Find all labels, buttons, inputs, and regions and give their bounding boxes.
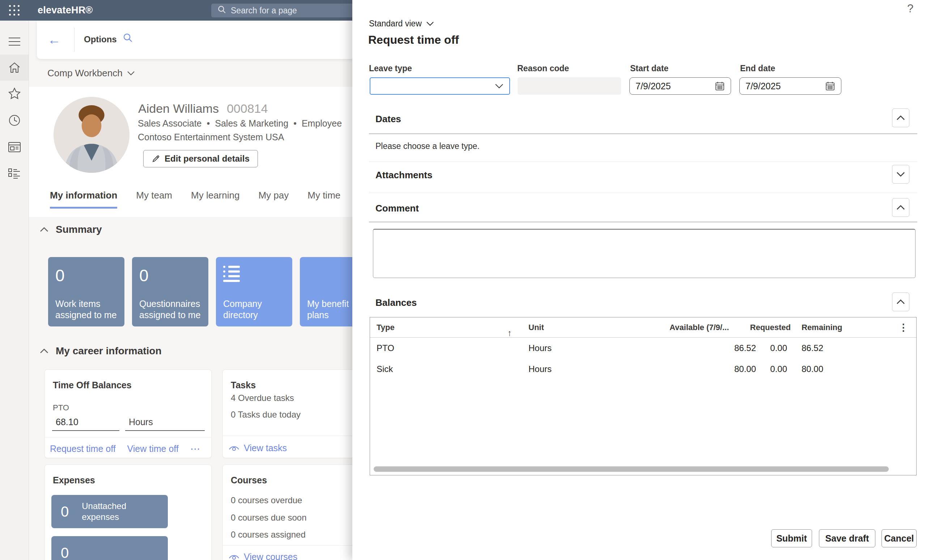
app-launcher-waffle-icon[interactable] xyxy=(8,4,21,17)
bullet-separator: • xyxy=(294,118,297,128)
career-section-header[interactable]: My career information xyxy=(40,345,162,357)
pto-unit-input[interactable]: Hours xyxy=(125,415,205,431)
employee-type: Employee xyxy=(302,118,342,128)
pto-value-input[interactable]: 68.10 xyxy=(52,415,120,431)
career-title: My career information xyxy=(56,345,162,357)
section-divider xyxy=(369,222,917,222)
attachments-expand-button[interactable] xyxy=(892,165,909,184)
eye-icon xyxy=(228,444,239,452)
pencil-icon xyxy=(151,154,160,163)
avatar[interactable] xyxy=(53,97,130,173)
tile-label: Questionnaires assigned to me xyxy=(139,298,204,321)
tasks-due-today: 0 Tasks due today xyxy=(231,410,301,420)
back-arrow-icon[interactable]: ← xyxy=(45,30,64,49)
column-header-remaining[interactable]: Remaining xyxy=(795,323,916,332)
cell-type: Sick xyxy=(370,364,522,374)
nav-home-icon[interactable] xyxy=(0,54,29,81)
view-tasks-label: View tasks xyxy=(244,443,287,453)
nav-modules-list-icon[interactable] xyxy=(0,161,29,187)
main-content: ← Options Comp Workbench xyxy=(29,21,391,560)
save-draft-button[interactable]: Save draft xyxy=(819,529,875,547)
more-options-ellipsis-icon[interactable]: ⋯ xyxy=(190,443,201,455)
table-more-kebab-icon[interactable]: ⋮ xyxy=(899,322,908,333)
leave-type-dropdown[interactable] xyxy=(370,77,510,95)
cancel-button[interactable]: Cancel xyxy=(882,529,917,547)
employee-role: Sales Associate xyxy=(138,118,202,128)
column-header-available[interactable]: Available (7/9/... xyxy=(663,323,723,332)
column-header-requested[interactable]: Requested xyxy=(723,323,795,332)
sort-ascending-icon[interactable]: ↑ xyxy=(507,328,512,338)
calendar-icon[interactable] xyxy=(825,81,835,91)
tile-questionnaires[interactable]: 0 Questionnaires assigned to me xyxy=(132,257,208,326)
view-selector-dropdown[interactable]: Standard view xyxy=(369,19,434,29)
toolbar-search-icon[interactable] xyxy=(122,32,133,44)
tile-company-directory[interactable]: Company directory xyxy=(216,257,292,326)
column-header-type[interactable]: Type ↑ xyxy=(370,323,522,332)
calendar-icon[interactable] xyxy=(715,81,725,91)
expenses-tile-2[interactable]: 0 xyxy=(51,536,168,560)
nav-workspaces-icon[interactable] xyxy=(0,134,29,160)
comment-textarea[interactable] xyxy=(373,229,915,278)
tab-my-pay[interactable]: My pay xyxy=(258,190,289,208)
table-row[interactable]: PTO Hours 86.52 0.00 86.52 xyxy=(370,338,916,359)
comment-collapse-button[interactable] xyxy=(892,198,909,217)
chevron-up-icon xyxy=(896,205,905,210)
card-title: Time Off Balances xyxy=(53,380,132,391)
tile-work-items[interactable]: 0 Work items assigned to me xyxy=(48,257,124,326)
edit-personal-details-button[interactable]: Edit personal details xyxy=(143,150,258,168)
balances-collapse-button[interactable] xyxy=(892,293,909,311)
employee-role-line: Sales Associate•Sales & Marketing•Employ… xyxy=(138,118,342,129)
cell-requested: 0.00 xyxy=(723,343,795,353)
chevron-down-icon xyxy=(896,172,905,177)
chevron-up-icon xyxy=(896,299,905,304)
tab-my-information[interactable]: My information xyxy=(50,190,117,208)
search-placeholder: Search for a page xyxy=(231,6,297,15)
view-courses-link[interactable]: View courses xyxy=(228,552,297,560)
nav-expand-hamburger-icon[interactable] xyxy=(0,29,29,54)
horizontal-scrollbar[interactable] xyxy=(374,466,889,472)
toolbar-divider xyxy=(74,28,74,52)
submit-button[interactable]: Submit xyxy=(771,529,812,547)
app-logo[interactable]: elevateHR® xyxy=(38,5,92,16)
section-divider xyxy=(369,193,917,193)
card-title: Tasks xyxy=(231,380,256,391)
cell-requested: 0.00 xyxy=(723,364,795,374)
chevron-down-icon xyxy=(127,71,135,76)
workbench-label: Comp Workbench xyxy=(47,68,123,79)
cell-type: PTO xyxy=(370,343,522,353)
employee-department: Sales & Marketing xyxy=(215,118,288,128)
chevron-up-icon xyxy=(40,227,48,232)
app-window: elevateHR® Search for a page xyxy=(0,0,926,560)
edit-button-label: Edit personal details xyxy=(165,154,250,164)
nav-favorites-star-icon[interactable] xyxy=(0,81,29,107)
dates-collapse-button[interactable] xyxy=(892,109,909,127)
view-time-off-link[interactable]: View time off xyxy=(127,444,179,454)
unattached-expenses-tile[interactable]: 0 Unattached expenses xyxy=(51,495,168,528)
workbench-selector[interactable]: Comp Workbench xyxy=(47,68,135,79)
bulleted-list-icon xyxy=(223,266,240,282)
dates-section-title: Dates xyxy=(375,113,401,125)
employee-id: 000814 xyxy=(227,101,268,116)
request-time-off-link[interactable]: Request time off xyxy=(50,444,116,454)
tab-my-time[interactable]: My time xyxy=(307,190,340,208)
comment-section-title: Comment xyxy=(375,203,419,214)
courses-assigned: 0 courses assigned xyxy=(231,530,306,540)
options-menu[interactable]: Options xyxy=(84,34,117,44)
balances-section-title: Balances xyxy=(375,297,417,308)
end-date-input[interactable]: 7/9/2025 xyxy=(739,77,841,95)
help-icon[interactable]: ? xyxy=(907,2,913,15)
nav-recent-clock-icon[interactable] xyxy=(0,107,29,133)
tab-my-learning[interactable]: My learning xyxy=(191,190,239,208)
view-tasks-link[interactable]: View tasks xyxy=(228,443,287,453)
card-title: Expenses xyxy=(53,475,95,486)
table-row[interactable]: Sick Hours 80.00 0.00 80.00 xyxy=(370,359,916,380)
eye-icon xyxy=(228,553,239,560)
tab-my-team[interactable]: My team xyxy=(136,190,172,208)
cell-unit: Hours xyxy=(522,364,663,374)
column-header-unit[interactable]: Unit xyxy=(522,323,663,332)
view-selector-label: Standard view xyxy=(369,19,422,29)
summary-section-header[interactable]: Summary xyxy=(40,224,102,235)
leave-type-message: Please choose a leave type. xyxy=(375,141,480,151)
card-divider xyxy=(45,437,211,438)
start-date-input[interactable]: 7/9/2025 xyxy=(629,77,731,95)
